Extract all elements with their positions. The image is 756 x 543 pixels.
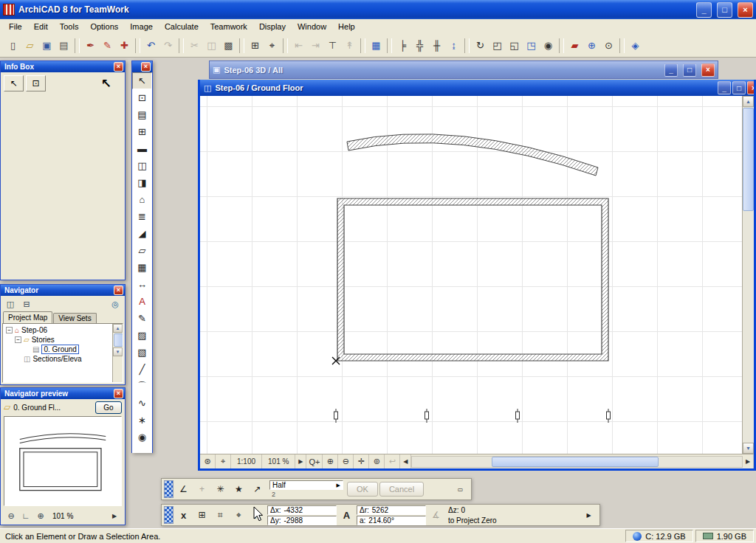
zone-tool[interactable]: ▨ <box>132 327 152 344</box>
vertical-scrollbar[interactable]: ▲ ▼ <box>742 96 754 454</box>
zoom-marquee-button[interactable]: ⌖ <box>216 454 231 468</box>
zoom-window-button[interactable]: ⊚ <box>369 454 385 468</box>
gravity-tool-button[interactable]: ⌖ <box>230 506 247 524</box>
quick-views-button[interactable]: ⊛ <box>200 454 216 468</box>
preview-zoom-out-button[interactable]: ⊖ <box>4 510 18 522</box>
palette-title-bar[interactable]: Navigator × <box>1 285 125 296</box>
document-title-bar[interactable]: ▣ Step-06 3D / All _ □ × <box>210 61 718 78</box>
grid-rotate-button[interactable]: ⌗ <box>212 506 229 524</box>
marquee-options-button[interactable]: ⊡ <box>26 75 46 91</box>
copy-button[interactable]: ◫ <box>203 37 220 54</box>
delta-x-field[interactable]: Δx: -4332 <box>267 505 337 515</box>
line-tool[interactable]: ╱ <box>132 361 152 378</box>
find-select-button[interactable]: ⊕ <box>583 37 600 54</box>
stair-tool[interactable]: ≣ <box>132 208 152 225</box>
close-button[interactable]: × <box>747 81 754 94</box>
brick-button[interactable]: ▰ <box>566 37 583 54</box>
navigator-list-button[interactable]: ⊟ <box>19 298 34 310</box>
beam-tool[interactable]: ▬ <box>132 140 152 157</box>
tree-expander[interactable]: − <box>15 336 21 343</box>
document-title-bar[interactable]: ◫ Step-06 / Ground Floor _ □ × <box>200 80 754 96</box>
preview-zoom-in-button[interactable]: ⊕ <box>34 510 47 522</box>
cut-button[interactable]: ✂ <box>186 37 203 54</box>
palette-title-bar[interactable]: × <box>132 61 152 72</box>
zoom-out-button[interactable]: ⊖ <box>338 454 354 468</box>
scroll-down-button[interactable]: ▼ <box>743 443 754 454</box>
menu-item[interactable]: Edit <box>28 21 54 32</box>
magic-wand-button[interactable]: ★ <box>230 480 247 498</box>
hotspot-tool[interactable]: ∗ <box>132 412 152 429</box>
arrow-tool[interactable]: ↖ <box>132 72 152 89</box>
delta-r-field[interactable]: Δr: 5262 <box>357 505 426 515</box>
menu-item[interactable]: Teamwork <box>205 21 253 32</box>
preview-fit-button[interactable]: ∟ <box>19 510 32 522</box>
minimize-button[interactable]: _ <box>664 63 678 77</box>
scrollbar-thumb[interactable] <box>114 333 123 347</box>
favorites-button[interactable]: ▦ <box>368 37 385 54</box>
gravity-button[interactable]: ↨ <box>445 37 462 54</box>
scroll-up-button[interactable]: ▲ <box>113 324 123 333</box>
roof-tool[interactable]: ◢ <box>132 225 152 242</box>
text-tool[interactable]: A <box>132 293 152 310</box>
zoom-percent-button[interactable]: 101 % <box>262 454 295 468</box>
dimension-block-button[interactable]: ╫ <box>428 37 445 54</box>
scroll-right-button[interactable]: ▶ <box>743 454 754 468</box>
maximize-button[interactable]: □ <box>732 81 746 94</box>
cursor-snap-button[interactable]: ↗ <box>249 480 266 498</box>
camera-tool[interactable]: ◉ <box>132 429 152 446</box>
drawing-canvas[interactable]: ▲ ▼ <box>200 96 754 454</box>
undo-button[interactable]: ↶ <box>142 37 159 54</box>
preview-next-button[interactable]: ▶ <box>108 510 121 522</box>
scroll-up-button[interactable]: ▲ <box>743 96 754 107</box>
delta-y-field[interactable]: Δy: -2988 <box>267 516 337 525</box>
scrollbar-thumb[interactable] <box>492 457 659 467</box>
menu-item[interactable]: Options <box>84 21 124 32</box>
close-button[interactable]: × <box>738 2 753 18</box>
navigator-tab[interactable]: Project Map <box>3 311 52 323</box>
paste-button[interactable]: ▩ <box>220 37 237 54</box>
slab-tool[interactable]: ▱ <box>132 242 152 259</box>
menu-item[interactable]: Calculate <box>159 21 205 32</box>
coordbox-more-button[interactable]: ▶ <box>580 506 597 524</box>
spline-tool[interactable]: ∿ <box>132 395 152 412</box>
menu-item[interactable]: Tools <box>54 21 85 32</box>
dimension-tool[interactable]: ↔ <box>132 276 152 293</box>
minimize-button[interactable]: _ <box>718 81 731 94</box>
zoom-in-button[interactable]: ⊕ <box>323 454 338 468</box>
palette-title-bar[interactable]: Info Box × <box>1 61 125 72</box>
tree-scrollbar[interactable]: ▲ ▼ <box>112 324 123 382</box>
palette-grip[interactable] <box>164 506 173 524</box>
arrow-options-button[interactable]: ↖ <box>4 75 24 91</box>
column-tool[interactable]: ⊞ <box>132 123 152 140</box>
up-link-button[interactable]: ↟ <box>341 37 358 54</box>
scale-button[interactable]: 1:100 <box>231 454 262 468</box>
suspend-groups-button[interactable]: ✳ <box>212 480 229 498</box>
minimize-button[interactable]: _ <box>696 2 712 18</box>
menu-item[interactable]: Display <box>253 21 292 32</box>
tree-expander[interactable]: − <box>6 327 13 333</box>
arc-tool[interactable]: ⌒ <box>132 378 152 395</box>
zoom-level-button[interactable]: Q+ <box>306 454 323 468</box>
camera-button[interactable]: ◉ <box>540 37 557 54</box>
pan-button[interactable]: ✛ <box>354 454 369 468</box>
close-icon[interactable]: × <box>114 62 123 72</box>
tree-item[interactable]: − ▱ Stories <box>4 335 122 345</box>
tree-item[interactable]: − ⌂ Step-06 <box>4 325 122 335</box>
ok-button[interactable]: OK <box>347 482 378 497</box>
palette-grip[interactable] <box>164 480 173 498</box>
document-window-3d[interactable]: ▣ Step-06 3D / All _ □ × <box>209 60 718 79</box>
menu-item[interactable]: Image <box>124 21 159 32</box>
close-icon[interactable]: × <box>141 62 151 72</box>
zoom-menu-arrow[interactable]: ▶ <box>295 454 306 468</box>
open-button[interactable]: ▱ <box>21 37 38 54</box>
fit-window-button[interactable]: ◈ <box>627 37 644 54</box>
dimension-lines-button[interactable]: ╞ <box>394 37 411 54</box>
dimension-grid-button[interactable]: ╬ <box>411 37 428 54</box>
close-icon[interactable]: × <box>114 389 123 398</box>
relative-methods-button[interactable]: ∠ <box>175 480 192 498</box>
coordinate-x-button[interactable]: x <box>175 506 192 524</box>
scroll-left-button[interactable]: ◀ <box>400 454 411 468</box>
save-button[interactable]: ▣ <box>38 37 55 54</box>
teamwork-button[interactable]: ✚ <box>116 37 133 54</box>
redo-button[interactable]: ↷ <box>159 37 176 54</box>
